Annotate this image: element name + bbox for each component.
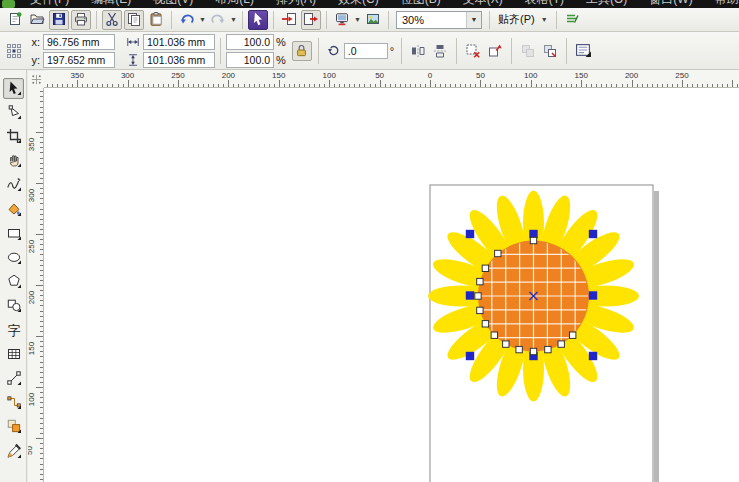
copy-mesh-properties-button[interactable] [463, 41, 483, 61]
menu-item[interactable]: 工具(O) [586, 0, 627, 8]
print-button[interactable] [71, 10, 91, 30]
freehand-tool[interactable] [3, 175, 24, 196]
ellipse-tool[interactable] [3, 247, 24, 268]
ruler-tick [591, 84, 592, 88]
redo-button[interactable] [208, 10, 228, 30]
curve-node[interactable] [475, 293, 481, 299]
object-width-field[interactable]: 101.036 mm [143, 34, 215, 50]
curve-node[interactable] [530, 348, 536, 354]
crop-tool[interactable] [3, 126, 24, 147]
ungroup-button[interactable] [540, 41, 560, 61]
document-scene[interactable] [44, 88, 739, 482]
selection-handle[interactable] [466, 352, 474, 360]
mirror-vertical-button[interactable] [430, 41, 450, 61]
curve-node[interactable] [530, 237, 536, 243]
curve-node[interactable] [482, 265, 488, 271]
pick-mode-button[interactable] [248, 10, 268, 30]
save-button[interactable] [49, 10, 69, 30]
undo-dropdown[interactable]: ▼ [198, 10, 207, 30]
h-ruler-label: 100 [524, 71, 537, 80]
toolbar-separator [388, 11, 389, 29]
shape-tool[interactable] [3, 102, 24, 123]
text-tool[interactable]: 字 [3, 320, 24, 341]
text-tool-icon: 字 [6, 322, 22, 340]
options-button[interactable] [562, 10, 582, 30]
curve-node[interactable] [477, 278, 483, 284]
menu-item[interactable]: 视图(V) [153, 0, 193, 8]
menu-item[interactable]: 文本(X) [463, 0, 503, 8]
curve-node[interactable] [545, 346, 551, 352]
vertical-ruler[interactable]: 35030025020015010050 [28, 88, 44, 482]
ruler-tick [40, 413, 44, 414]
menu-item[interactable]: 表格(T) [525, 0, 564, 8]
menu-item[interactable]: 排列(A) [276, 0, 316, 8]
table-tool[interactable] [3, 344, 24, 365]
scale-horizontal-field[interactable]: 100.0 [226, 34, 274, 50]
menu-item[interactable]: 编辑(E) [91, 0, 131, 8]
dimension-tool[interactable] [3, 368, 24, 389]
pan-tool[interactable] [3, 151, 24, 172]
mirror-horizontal-button[interactable] [408, 41, 428, 61]
pick-tool[interactable] [3, 78, 24, 99]
curve-node[interactable] [503, 341, 509, 347]
import-button[interactable] [279, 10, 299, 30]
y-position-field[interactable]: 197.652 mm [43, 52, 115, 68]
rotation-angle-field[interactable]: .0 [344, 43, 388, 59]
selection-handle[interactable] [589, 352, 597, 360]
paste-button[interactable] [146, 10, 166, 30]
undo-button[interactable] [177, 10, 197, 30]
menu-item[interactable]: 位图(B) [401, 0, 441, 8]
group-button[interactable] [518, 41, 538, 61]
basic-shapes-tool[interactable] [3, 296, 24, 317]
import-icon [281, 11, 297, 29]
curve-node[interactable] [477, 307, 483, 313]
export-button[interactable] [301, 10, 321, 30]
toolbar-separator [96, 11, 97, 29]
application-launcher-dropdown[interactable]: ▼ [353, 10, 362, 30]
drawing-canvas[interactable] [44, 88, 739, 482]
app-logo-icon[interactable] [2, 0, 15, 8]
object-height-field[interactable]: 101.036 mm [143, 52, 215, 68]
zoom-combo-arrow-icon[interactable]: ▼ [466, 12, 481, 28]
ruler-tick [40, 453, 44, 454]
cut-button[interactable] [102, 10, 122, 30]
curve-node[interactable] [570, 332, 576, 338]
polygon-tool[interactable] [3, 272, 24, 293]
snap-to-menu-button[interactable]: 贴齐(P)▼ [494, 10, 552, 30]
clear-mesh-button[interactable] [485, 41, 505, 61]
menu-item[interactable]: 布局(L) [215, 0, 254, 8]
menu-item[interactable]: 帮助(H) [715, 0, 739, 8]
selection-handle[interactable] [466, 291, 474, 299]
selection-handle[interactable] [589, 291, 597, 299]
menu-item[interactable]: 窗口(W) [649, 0, 692, 8]
curve-node[interactable] [558, 341, 564, 347]
ruler-tick [40, 107, 44, 108]
zoom-level-combo[interactable]: 30%▼ [396, 11, 482, 29]
blend-tool[interactable] [3, 417, 24, 438]
open-button[interactable] [27, 10, 47, 30]
selection-handle[interactable] [589, 230, 597, 238]
rectangle-tool[interactable] [3, 223, 24, 244]
color-eyedropper-tool[interactable] [3, 441, 24, 462]
curve-node[interactable] [516, 346, 522, 352]
wireframe-options-button[interactable] [573, 41, 593, 61]
ruler-origin-button[interactable] [28, 71, 44, 88]
curve-node[interactable] [482, 321, 488, 327]
new-document-button[interactable] [5, 10, 25, 30]
lock-ratio-button[interactable] [292, 41, 312, 61]
redo-dropdown[interactable]: ▼ [229, 10, 238, 30]
menu-item[interactable]: 文件(F) [30, 0, 69, 8]
scale-vertical-field[interactable]: 100.0 [226, 52, 274, 68]
welcome-screen-button[interactable] [363, 10, 383, 30]
ruler-tick [40, 433, 44, 434]
x-position-field[interactable]: 96.756 mm [43, 34, 115, 50]
curve-node[interactable] [491, 332, 497, 338]
smart-fill-tool[interactable] [3, 199, 24, 220]
curve-node[interactable] [495, 250, 501, 256]
application-launcher-button[interactable] [332, 10, 352, 30]
connector-tool[interactable] [3, 393, 24, 414]
menu-item[interactable]: 效果(C) [338, 0, 379, 8]
copy-button[interactable] [124, 10, 144, 30]
selection-handle[interactable] [466, 230, 474, 238]
horizontal-ruler[interactable]: 35030025020015010050050100150200250 [44, 70, 739, 88]
